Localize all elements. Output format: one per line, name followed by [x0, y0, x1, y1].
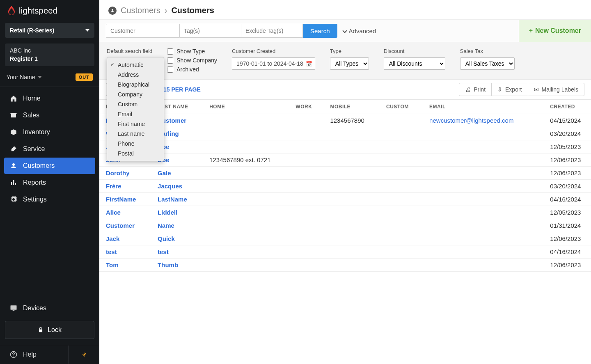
- dropdown-option[interactable]: Phone: [107, 139, 164, 149]
- user-menu[interactable]: Your Name: [7, 74, 42, 80]
- dropdown-option[interactable]: First name: [107, 119, 164, 129]
- help-label: Help: [23, 351, 37, 358]
- company-register-box[interactable]: ABC Inc Register 1: [5, 43, 94, 66]
- print-button[interactable]: 🖨Print: [459, 83, 492, 96]
- cell-work: [289, 232, 323, 245]
- sidebar-item-service[interactable]: Service: [4, 141, 95, 157]
- cell-email: [423, 127, 543, 140]
- column-header[interactable]: MOBILE: [323, 100, 380, 114]
- register-name: Register 1: [10, 55, 89, 63]
- show-type-checkbox[interactable]: Show Type: [167, 48, 217, 55]
- dropdown-option[interactable]: Automatic: [107, 60, 164, 70]
- sidebar-item-home[interactable]: Home: [4, 90, 95, 107]
- new-customer-label: New Customer: [535, 27, 581, 34]
- table-row: DorothyGale12/06/2023: [99, 167, 591, 180]
- date-range-picker[interactable]: 1970-01-01 to 2024-04-18 📅: [232, 57, 315, 70]
- cell-created: 03/20/2024: [543, 180, 591, 193]
- cell-custom: [380, 167, 423, 180]
- cell-first[interactable]: Jack: [99, 232, 151, 245]
- new-customer-button[interactable]: + New Customer: [519, 20, 591, 42]
- inventory-icon: [10, 128, 17, 136]
- sidebar-item-devices[interactable]: Devices: [0, 300, 99, 317]
- cell-last[interactable]: Thumb: [151, 259, 203, 272]
- product-line-select[interactable]: Retail (R-Series): [5, 23, 94, 38]
- column-header[interactable]: CUSTOM: [380, 100, 423, 114]
- pin-button[interactable]: [68, 346, 99, 364]
- cell-mobile: [323, 140, 380, 153]
- discount-select[interactable]: All Discounts: [384, 57, 445, 70]
- cell-custom: [380, 259, 423, 272]
- customer-icon: [108, 7, 117, 15]
- cell-last[interactable]: Jacques: [151, 180, 203, 193]
- clock-out-badge[interactable]: OUT: [76, 73, 93, 81]
- cell-home: [203, 245, 289, 259]
- cell-last[interactable]: Gale: [151, 167, 203, 180]
- cell-mobile: [323, 245, 380, 259]
- sidebar-item-reports[interactable]: Reports: [4, 174, 95, 191]
- discount-filter-label: Discount: [384, 48, 445, 54]
- svg-point-0: [12, 163, 15, 166]
- sidebar-item-inventory[interactable]: Inventory: [4, 124, 95, 140]
- cell-first[interactable]: Dorothy: [99, 167, 151, 180]
- sidebar: lightspeed Retail (R-Series) ABC Inc Reg…: [0, 0, 99, 364]
- lock-button[interactable]: Lock: [5, 321, 94, 339]
- cell-last[interactable]: test: [151, 245, 203, 259]
- cell-last[interactable]: LastName: [151, 193, 203, 206]
- salestax-select[interactable]: All Sales Taxes: [460, 57, 515, 70]
- search-button[interactable]: Search: [303, 24, 337, 38]
- cell-first[interactable]: Frère: [99, 180, 151, 193]
- main-content: Customers › Customers Search Advanced + …: [99, 0, 591, 364]
- flame-icon: [7, 6, 16, 16]
- column-header[interactable]: WORK: [289, 100, 323, 114]
- cell-last[interactable]: Name: [151, 219, 203, 232]
- dropdown-option[interactable]: Email: [107, 109, 164, 119]
- mailing-labels-button[interactable]: ✉Mailing Labels: [528, 83, 585, 96]
- cell-email: [423, 193, 543, 206]
- archived-checkbox[interactable]: Archived: [167, 66, 217, 73]
- cell-created: 04/16/2024: [543, 193, 591, 206]
- calendar-icon: 📅: [306, 61, 312, 67]
- dropdown-option[interactable]: Custom: [107, 99, 164, 109]
- column-header[interactable]: HOME: [203, 100, 289, 114]
- default-search-field-dropdown[interactable]: AutomaticAddressBiographicalCompanyCusto…: [107, 57, 164, 161]
- mail-icon: ✉: [534, 86, 539, 93]
- show-company-checkbox[interactable]: Show Company: [167, 57, 217, 64]
- export-button[interactable]: ⇩Export: [492, 83, 528, 96]
- search-tags-input[interactable]: [180, 24, 241, 38]
- dropdown-option[interactable]: Last name: [107, 129, 164, 139]
- sidebar-item-sales[interactable]: Sales: [4, 107, 95, 124]
- advanced-toggle[interactable]: Advanced: [337, 27, 382, 34]
- dropdown-option[interactable]: Address: [107, 70, 164, 80]
- type-select[interactable]: All Types: [330, 57, 369, 70]
- per-page-select[interactable]: 15 PER PAGE: [163, 86, 201, 93]
- column-header[interactable]: CREATED: [543, 100, 591, 114]
- cell-first[interactable]: test: [99, 245, 151, 259]
- help-link[interactable]: Help: [0, 345, 68, 364]
- search-customer-input[interactable]: [106, 24, 180, 38]
- sidebar-item-settings[interactable]: Settings: [4, 191, 95, 208]
- customer-created-label: Customer Created: [232, 48, 315, 54]
- cell-first[interactable]: Alice: [99, 206, 151, 219]
- cell-home: [203, 140, 289, 153]
- cell-first[interactable]: Customer: [99, 219, 151, 232]
- cell-first[interactable]: FirstName: [99, 193, 151, 206]
- cell-custom: [380, 219, 423, 232]
- advanced-filters: Default search field AutomaticAddressBio…: [99, 42, 591, 80]
- cell-last[interactable]: Quick: [151, 232, 203, 245]
- sidebar-item-customers[interactable]: Customers: [4, 158, 95, 174]
- dropdown-option[interactable]: Company: [107, 89, 164, 99]
- table-row: NewCustomer1234567890newcustomer@lightsp…: [99, 114, 591, 127]
- breadcrumb-root[interactable]: Customers: [121, 6, 160, 15]
- customer-icon: [10, 162, 17, 169]
- cell-last[interactable]: Liddell: [151, 206, 203, 219]
- cell-custom: [380, 193, 423, 206]
- dropdown-option[interactable]: Postal: [107, 149, 164, 158]
- search-exclude-tags-input[interactable]: [241, 24, 303, 38]
- cell-first[interactable]: Tom: [99, 259, 151, 272]
- table-row: FirstNameLastName04/16/2024: [99, 193, 591, 206]
- column-header[interactable]: EMAIL: [423, 100, 543, 114]
- cell-home: [203, 206, 289, 219]
- cell-work: [289, 193, 323, 206]
- cell-email[interactable]: newcustomer@lightspeed.com: [423, 114, 543, 127]
- dropdown-option[interactable]: Biographical: [107, 80, 164, 89]
